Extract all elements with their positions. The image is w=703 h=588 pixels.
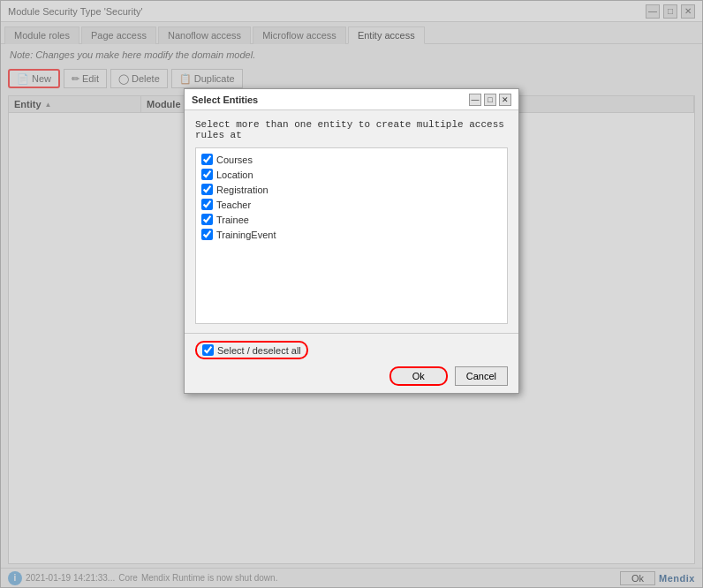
entity-checkbox-registration[interactable] (201, 184, 213, 195)
entity-item: Location (200, 167, 503, 182)
entity-item: Trainee (200, 212, 503, 227)
select-all-container: Select / deselect all (195, 341, 308, 359)
entity-label-teacher: Teacher (216, 200, 251, 210)
modal-body: Select more than one entity to create mu… (185, 110, 518, 333)
entity-checkbox-courses[interactable] (201, 154, 213, 165)
modal-title: Select Entities (192, 94, 258, 105)
modal-maximize-button[interactable]: □ (484, 94, 496, 106)
modal-close-button[interactable]: ✕ (499, 94, 511, 106)
select-all-label[interactable]: Select / deselect all (217, 345, 301, 356)
entity-label-courses: Courses (216, 155, 253, 165)
entity-label-trainee: Trainee (216, 215, 249, 225)
entity-label-training-event: TrainingEvent (216, 230, 276, 240)
entity-label-registration: Registration (216, 185, 268, 195)
modal-minimize-button[interactable]: — (469, 94, 481, 106)
entity-item: Courses (200, 152, 503, 167)
entity-item: TrainingEvent (200, 227, 503, 242)
entity-checkbox-location[interactable] (201, 169, 213, 180)
entity-checkbox-teacher[interactable] (201, 199, 213, 210)
select-all-checkbox[interactable] (202, 344, 214, 356)
entity-list: CoursesLocationRegistrationTeacherTraine… (195, 147, 508, 324)
modal-buttons: Ok Cancel (195, 366, 508, 386)
modal-overlay: Select Entities — □ ✕ Select more than o… (0, 0, 703, 588)
modal-controls: — □ ✕ (469, 94, 511, 106)
entity-checkbox-trainee[interactable] (201, 214, 213, 225)
select-all-row: Select / deselect all (195, 341, 508, 359)
select-entities-modal: Select Entities — □ ✕ Select more than o… (184, 88, 519, 394)
entity-item: Teacher (200, 197, 503, 212)
modal-instruction: Select more than one entity to create mu… (195, 119, 508, 140)
entity-item: Registration (200, 182, 503, 197)
modal-title-bar: Select Entities — □ ✕ (185, 89, 518, 110)
cancel-button[interactable]: Cancel (455, 366, 508, 386)
ok-button[interactable]: Ok (389, 366, 448, 386)
entity-label-location: Location (216, 170, 253, 180)
modal-footer: Select / deselect all Ok Cancel (185, 333, 518, 393)
entity-checkbox-training-event[interactable] (201, 229, 213, 240)
